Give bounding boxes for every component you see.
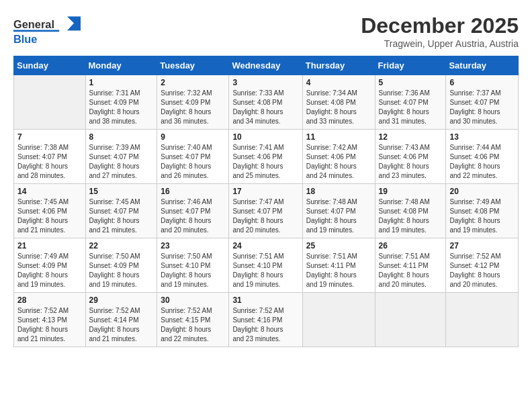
calendar-cell: 10Sunrise: 7:41 AM Sunset: 4:06 PM Dayli…: [229, 130, 302, 184]
calendar-cell: [375, 293, 446, 347]
calendar-cell: 22Sunrise: 7:50 AM Sunset: 4:09 PM Dayli…: [85, 238, 157, 293]
day-info: Sunrise: 7:52 AM Sunset: 4:15 PM Dayligh…: [161, 306, 225, 344]
weekday-header-cell: Thursday: [302, 56, 375, 75]
calendar-cell: 31Sunrise: 7:52 AM Sunset: 4:16 PM Dayli…: [229, 293, 302, 347]
day-number: 18: [306, 187, 371, 196]
day-number: 27: [449, 241, 515, 250]
day-number: 16: [161, 187, 225, 196]
day-number: 31: [232, 295, 298, 305]
calendar-week-row: 28Sunrise: 7:52 AM Sunset: 4:13 PM Dayli…: [14, 293, 519, 347]
calendar-week-row: 1Sunrise: 7:31 AM Sunset: 4:09 PM Daylig…: [14, 75, 519, 130]
calendar-cell: 5Sunrise: 7:36 AM Sunset: 4:07 PM Daylig…: [375, 75, 446, 130]
day-info: Sunrise: 7:50 AM Sunset: 4:09 PM Dayligh…: [89, 252, 154, 289]
svg-rect-2: [13, 30, 59, 32]
calendar-cell: 21Sunrise: 7:49 AM Sunset: 4:09 PM Dayli…: [14, 238, 86, 293]
calendar-week-row: 14Sunrise: 7:45 AM Sunset: 4:06 PM Dayli…: [14, 184, 519, 238]
logo: General Blue: [13, 13, 81, 47]
day-info: Sunrise: 7:52 AM Sunset: 4:16 PM Dayligh…: [232, 306, 298, 344]
calendar-week-row: 21Sunrise: 7:49 AM Sunset: 4:09 PM Dayli…: [14, 238, 519, 293]
calendar-cell: 25Sunrise: 7:51 AM Sunset: 4:11 PM Dayli…: [302, 238, 375, 293]
calendar-cell: 18Sunrise: 7:48 AM Sunset: 4:07 PM Dayli…: [302, 184, 375, 238]
weekday-header-cell: Friday: [375, 56, 446, 75]
calendar-cell: 15Sunrise: 7:45 AM Sunset: 4:07 PM Dayli…: [85, 184, 157, 238]
weekday-header-cell: Sunday: [14, 56, 86, 75]
day-info: Sunrise: 7:37 AM Sunset: 4:07 PM Dayligh…: [449, 89, 515, 126]
calendar-cell: 16Sunrise: 7:46 AM Sunset: 4:07 PM Dayli…: [157, 184, 229, 238]
day-number: 14: [17, 187, 82, 196]
calendar-cell: 14Sunrise: 7:45 AM Sunset: 4:06 PM Dayli…: [14, 184, 86, 238]
day-info: Sunrise: 7:49 AM Sunset: 4:09 PM Dayligh…: [17, 252, 82, 289]
day-info: Sunrise: 7:41 AM Sunset: 4:06 PM Dayligh…: [232, 143, 298, 181]
day-number: 22: [89, 241, 154, 250]
day-info: Sunrise: 7:49 AM Sunset: 4:08 PM Dayligh…: [449, 197, 515, 235]
calendar-cell: 17Sunrise: 7:47 AM Sunset: 4:07 PM Dayli…: [229, 184, 302, 238]
calendar-cell: 3Sunrise: 7:33 AM Sunset: 4:08 PM Daylig…: [229, 75, 302, 130]
page-header: General Blue December 2025 Tragwein, Upp…: [13, 13, 519, 49]
day-number: 20: [449, 187, 515, 196]
day-info: Sunrise: 7:45 AM Sunset: 4:06 PM Dayligh…: [17, 197, 82, 235]
day-number: 5: [379, 78, 443, 87]
day-number: 26: [379, 241, 443, 250]
day-number: 21: [17, 241, 82, 250]
weekday-header-row: SundayMondayTuesdayWednesdayThursdayFrid…: [14, 56, 519, 75]
calendar-cell: 9Sunrise: 7:40 AM Sunset: 4:07 PM Daylig…: [157, 130, 229, 184]
day-number: 13: [449, 132, 515, 142]
weekday-header-cell: Monday: [85, 56, 157, 75]
calendar-cell: 20Sunrise: 7:49 AM Sunset: 4:08 PM Dayli…: [446, 184, 519, 238]
title-area: December 2025 Tragwein, Upper Austria, A…: [361, 13, 519, 49]
calendar-cell: 28Sunrise: 7:52 AM Sunset: 4:13 PM Dayli…: [14, 293, 86, 347]
calendar-cell: 29Sunrise: 7:52 AM Sunset: 4:14 PM Dayli…: [85, 293, 157, 347]
calendar-cell: 27Sunrise: 7:52 AM Sunset: 4:12 PM Dayli…: [446, 238, 519, 293]
calendar-cell: 8Sunrise: 7:39 AM Sunset: 4:07 PM Daylig…: [85, 130, 157, 184]
calendar-table: SundayMondayTuesdayWednesdayThursdayFrid…: [13, 56, 519, 347]
day-number: 11: [306, 132, 371, 142]
calendar-cell: 13Sunrise: 7:44 AM Sunset: 4:06 PM Dayli…: [446, 130, 519, 184]
day-info: Sunrise: 7:46 AM Sunset: 4:07 PM Dayligh…: [161, 197, 225, 235]
month-title: December 2025: [361, 13, 519, 38]
day-number: 2: [161, 78, 225, 87]
day-number: 3: [232, 78, 298, 87]
day-number: 7: [17, 132, 82, 142]
day-number: 6: [449, 78, 515, 87]
day-info: Sunrise: 7:45 AM Sunset: 4:07 PM Dayligh…: [89, 197, 154, 235]
day-number: 4: [306, 78, 371, 87]
weekday-header-cell: Wednesday: [229, 56, 302, 75]
calendar-cell: 1Sunrise: 7:31 AM Sunset: 4:09 PM Daylig…: [85, 75, 157, 130]
calendar-cell: 19Sunrise: 7:48 AM Sunset: 4:08 PM Dayli…: [375, 184, 446, 238]
weekday-header-cell: Tuesday: [157, 56, 229, 75]
day-number: 19: [379, 187, 443, 196]
calendar-cell: 24Sunrise: 7:51 AM Sunset: 4:10 PM Dayli…: [229, 238, 302, 293]
calendar-cell: 12Sunrise: 7:43 AM Sunset: 4:06 PM Dayli…: [375, 130, 446, 184]
day-info: Sunrise: 7:40 AM Sunset: 4:07 PM Dayligh…: [161, 143, 225, 181]
day-number: 9: [161, 132, 225, 142]
calendar-cell: 2Sunrise: 7:32 AM Sunset: 4:09 PM Daylig…: [157, 75, 229, 130]
weekday-header-cell: Saturday: [446, 56, 519, 75]
logo-svg: General Blue: [13, 13, 81, 47]
day-number: 8: [89, 132, 154, 142]
day-info: Sunrise: 7:47 AM Sunset: 4:07 PM Dayligh…: [232, 197, 298, 235]
day-info: Sunrise: 7:52 AM Sunset: 4:12 PM Dayligh…: [449, 252, 515, 289]
day-number: 28: [17, 295, 82, 305]
calendar-cell: 23Sunrise: 7:50 AM Sunset: 4:10 PM Dayli…: [157, 238, 229, 293]
day-info: Sunrise: 7:50 AM Sunset: 4:10 PM Dayligh…: [161, 252, 225, 289]
day-number: 30: [161, 295, 225, 305]
calendar-cell: 26Sunrise: 7:51 AM Sunset: 4:11 PM Dayli…: [375, 238, 446, 293]
day-info: Sunrise: 7:52 AM Sunset: 4:14 PM Dayligh…: [89, 306, 154, 344]
day-info: Sunrise: 7:51 AM Sunset: 4:10 PM Dayligh…: [232, 252, 298, 289]
calendar-cell: 7Sunrise: 7:38 AM Sunset: 4:07 PM Daylig…: [14, 130, 86, 184]
day-info: Sunrise: 7:48 AM Sunset: 4:08 PM Dayligh…: [379, 197, 443, 235]
calendar-cell: [14, 75, 86, 130]
day-info: Sunrise: 7:43 AM Sunset: 4:06 PM Dayligh…: [379, 143, 443, 181]
day-number: 29: [89, 295, 154, 305]
calendar-cell: [446, 293, 519, 347]
day-info: Sunrise: 7:51 AM Sunset: 4:11 PM Dayligh…: [379, 252, 443, 289]
day-number: 17: [232, 187, 298, 196]
day-info: Sunrise: 7:36 AM Sunset: 4:07 PM Dayligh…: [379, 89, 443, 126]
day-number: 25: [306, 241, 371, 250]
day-info: Sunrise: 7:38 AM Sunset: 4:07 PM Dayligh…: [17, 143, 82, 181]
day-number: 1: [89, 78, 154, 87]
calendar-cell: 4Sunrise: 7:34 AM Sunset: 4:08 PM Daylig…: [302, 75, 375, 130]
day-info: Sunrise: 7:32 AM Sunset: 4:09 PM Dayligh…: [161, 89, 225, 126]
day-number: 23: [161, 241, 225, 250]
location-subtitle: Tragwein, Upper Austria, Austria: [361, 38, 519, 49]
